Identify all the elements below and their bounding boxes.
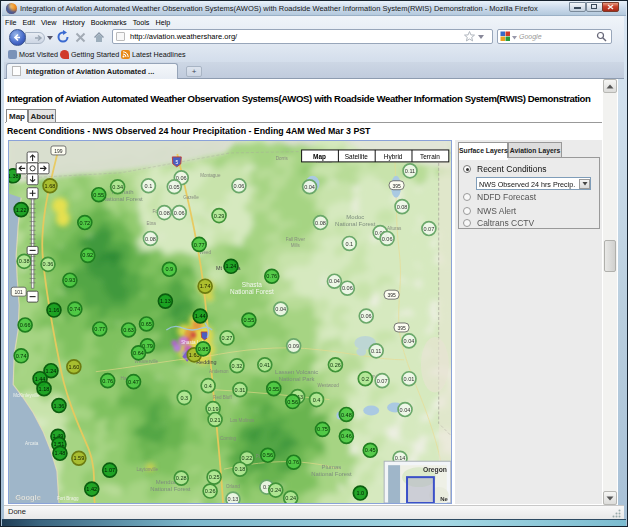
svg-text:Fort Bragg: Fort Bragg	[57, 496, 79, 501]
svg-text:National Forest: National Forest	[150, 486, 191, 492]
svg-text:0.55: 0.55	[268, 386, 279, 392]
svg-text:0.14: 0.14	[395, 455, 406, 461]
svg-text:Ne: Ne	[440, 496, 448, 502]
svg-text:395: 395	[387, 293, 396, 298]
svg-text:0.08: 0.08	[315, 220, 326, 226]
svg-text:0.07: 0.07	[377, 378, 388, 384]
svg-text:Montague: Montague	[200, 173, 221, 178]
svg-text:1.24: 1.24	[46, 368, 57, 374]
svg-text:0.11: 0.11	[405, 168, 415, 174]
svg-text:Modoc: Modoc	[346, 214, 364, 220]
svg-text:0.48: 0.48	[341, 412, 352, 418]
svg-text:Los Molinos: Los Molinos	[230, 418, 255, 423]
svg-text:Shasta: Shasta	[242, 281, 263, 288]
svg-text:Corning: Corning	[220, 436, 236, 441]
svg-text:0.76: 0.76	[102, 378, 113, 384]
svg-text:395: 395	[397, 326, 406, 331]
svg-text:0.76: 0.76	[266, 273, 277, 279]
svg-text:0.72: 0.72	[79, 220, 90, 226]
svg-text:0.04: 0.04	[329, 278, 340, 284]
svg-text:0.32: 0.32	[232, 363, 243, 369]
svg-text:0.21: 0.21	[210, 417, 221, 423]
svg-text:National Forest: National Forest	[311, 471, 352, 477]
svg-text:0.04: 0.04	[275, 306, 286, 312]
svg-text:0.1: 0.1	[345, 241, 353, 247]
svg-text:0.63: 0.63	[123, 327, 134, 333]
svg-text:0.07: 0.07	[424, 226, 435, 232]
svg-text:0.27: 0.27	[222, 335, 233, 341]
svg-text:0.55: 0.55	[93, 192, 104, 198]
svg-text:0.06: 0.06	[382, 236, 393, 242]
svg-text:0.1: 0.1	[145, 183, 153, 189]
svg-text:McKinleyville: McKinleyville	[13, 393, 40, 398]
svg-text:Mills: Mills	[291, 243, 301, 248]
svg-text:0.77: 0.77	[194, 242, 205, 248]
svg-text:Dorris: Dorris	[276, 156, 289, 161]
svg-text:0.24: 0.24	[285, 495, 296, 501]
svg-text:0.04: 0.04	[404, 338, 415, 344]
svg-text:National Park: National Park	[279, 376, 315, 382]
svg-text:0.75: 0.75	[317, 426, 328, 432]
svg-text:0.38: 0.38	[19, 258, 30, 264]
svg-text:0.92: 0.92	[82, 252, 93, 258]
svg-text:1.42: 1.42	[86, 486, 97, 492]
svg-text:1.13: 1.13	[160, 298, 171, 304]
svg-text:Arcata: Arcata	[25, 441, 39, 446]
svg-text:Hybrid: Hybrid	[384, 153, 403, 161]
svg-text:0.45: 0.45	[365, 447, 376, 453]
svg-text:0.4: 0.4	[204, 383, 212, 389]
svg-text:Westwood: Westwood	[318, 383, 340, 388]
svg-text:0.22: 0.22	[242, 455, 253, 461]
svg-text:National Forest: National Forest	[230, 288, 274, 295]
svg-text:0.25: 0.25	[209, 474, 220, 480]
svg-text:1.36: 1.36	[54, 403, 65, 409]
svg-text:National Forest: National Forest	[102, 196, 143, 202]
svg-text:Red Bluff: Red Bluff	[213, 395, 232, 400]
svg-text:0.55: 0.55	[243, 317, 254, 323]
svg-text:0.08: 0.08	[145, 236, 156, 242]
svg-text:Oregon: Oregon	[423, 466, 447, 474]
svg-text:395: 395	[392, 184, 401, 189]
svg-text:1.59: 1.59	[73, 455, 84, 461]
svg-text:0.08: 0.08	[397, 204, 408, 210]
svg-text:0.3: 0.3	[180, 395, 188, 401]
svg-text:0.47: 0.47	[128, 379, 139, 385]
svg-text:5: 5	[175, 160, 178, 165]
svg-text:0.06: 0.06	[234, 183, 245, 189]
svg-text:1.48: 1.48	[55, 450, 66, 456]
svg-text:0.26: 0.26	[205, 488, 216, 494]
svg-text:0.13: 0.13	[228, 496, 239, 502]
svg-text:Google: Google	[15, 493, 41, 502]
svg-text:0.34: 0.34	[112, 184, 123, 190]
svg-text:0.04: 0.04	[304, 184, 315, 190]
svg-text:0.08: 0.08	[159, 210, 170, 216]
svg-text:0.31: 0.31	[235, 387, 246, 393]
svg-text:Lassen Volcanic: Lassen Volcanic	[275, 369, 318, 375]
svg-text:Laytonville: Laytonville	[137, 467, 159, 472]
svg-text:1.44: 1.44	[195, 313, 206, 319]
svg-text:0.04: 0.04	[400, 407, 411, 413]
svg-text:Satellite: Satellite	[345, 153, 368, 160]
svg-text:1.24: 1.24	[226, 263, 237, 269]
svg-text:Plumas: Plumas	[322, 464, 342, 470]
svg-text:0.06: 0.06	[342, 285, 353, 291]
svg-text:0.56: 0.56	[262, 452, 273, 458]
svg-text:0.93: 0.93	[64, 277, 75, 283]
svg-text:0.65: 0.65	[141, 321, 152, 327]
svg-text:Etna: Etna	[146, 221, 156, 226]
svg-text:0.41: 0.41	[259, 362, 270, 368]
svg-text:1.68: 1.68	[45, 183, 56, 189]
svg-text:1.74: 1.74	[200, 283, 211, 289]
svg-text:National Forest: National Forest	[335, 221, 376, 227]
svg-text:0.29: 0.29	[214, 213, 225, 219]
svg-text:0.26: 0.26	[330, 362, 341, 368]
svg-text:0.06: 0.06	[174, 210, 185, 216]
svg-text:1.60: 1.60	[68, 364, 79, 370]
svg-text:0.74: 0.74	[16, 353, 27, 359]
svg-text:Fall River: Fall River	[286, 237, 306, 242]
svg-text:0.66: 0.66	[20, 322, 31, 328]
svg-text:199: 199	[54, 149, 63, 154]
svg-text:101: 101	[15, 290, 24, 295]
svg-text:0.18: 0.18	[235, 466, 246, 472]
svg-text:0.24: 0.24	[270, 487, 281, 493]
